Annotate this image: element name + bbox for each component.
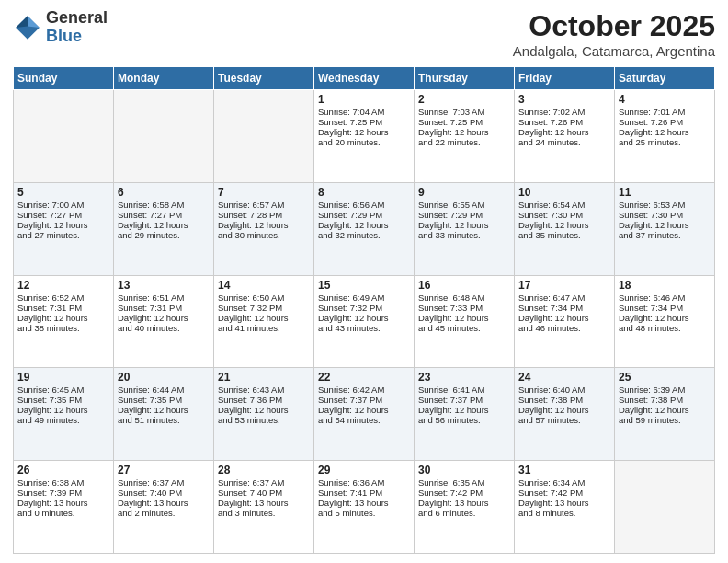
day-info-line: Daylight: 12 hours <box>418 405 510 415</box>
month-title: October 2025 <box>513 9 715 43</box>
day-info-line: Sunset: 7:32 PM <box>318 303 410 313</box>
day-number: 12 <box>17 279 109 292</box>
day-info-line: Sunset: 7:25 PM <box>418 117 510 127</box>
day-info-line: Sunset: 7:32 PM <box>218 303 310 313</box>
day-info-line: Sunset: 7:38 PM <box>518 395 610 405</box>
day-info-line: Sunset: 7:37 PM <box>318 395 410 405</box>
day-info-line: Daylight: 12 hours <box>118 313 210 323</box>
day-info-line: Sunset: 7:31 PM <box>17 303 109 313</box>
day-info-line: Sunset: 7:37 PM <box>418 395 510 405</box>
calendar-cell-1-4: 9Sunrise: 6:55 AMSunset: 7:29 PMDaylight… <box>415 182 515 275</box>
calendar-cell-1-2: 7Sunrise: 6:57 AMSunset: 7:28 PMDaylight… <box>214 182 314 275</box>
calendar-cell-3-0: 19Sunrise: 6:45 AMSunset: 7:35 PMDayligh… <box>14 368 114 461</box>
day-info-line: Daylight: 12 hours <box>418 127 510 137</box>
calendar-row-2: 12Sunrise: 6:52 AMSunset: 7:31 PMDayligh… <box>14 275 715 368</box>
calendar-row-0: 1Sunrise: 7:04 AMSunset: 7:25 PMDaylight… <box>14 90 715 183</box>
calendar-cell-3-1: 20Sunrise: 6:44 AMSunset: 7:35 PMDayligh… <box>114 368 214 461</box>
day-info-line: and 56 minutes. <box>418 415 510 425</box>
day-number: 20 <box>118 371 210 384</box>
calendar-cell-2-4: 16Sunrise: 6:48 AMSunset: 7:33 PMDayligh… <box>415 275 515 368</box>
day-info-line: and 3 minutes. <box>218 508 310 518</box>
day-number: 25 <box>619 371 711 384</box>
calendar-cell-4-6 <box>615 461 715 554</box>
day-info-line: and 20 minutes. <box>318 137 410 147</box>
day-info-line: and 33 minutes. <box>418 230 510 240</box>
calendar-row-1: 5Sunrise: 7:00 AMSunset: 7:27 PMDaylight… <box>14 182 715 275</box>
day-info-line: Sunset: 7:29 PM <box>418 210 510 220</box>
day-info-line: and 48 minutes. <box>619 323 711 333</box>
day-info-line: and 24 minutes. <box>518 137 610 147</box>
day-info-line: Daylight: 12 hours <box>118 220 210 230</box>
day-info-line: Daylight: 12 hours <box>518 313 610 323</box>
day-info-line: Sunrise: 6:42 AM <box>318 385 410 395</box>
calendar-cell-0-5: 3Sunrise: 7:02 AMSunset: 7:26 PMDaylight… <box>515 90 615 183</box>
day-info-line: Daylight: 13 hours <box>17 498 109 508</box>
svg-marker-2 <box>16 16 28 28</box>
day-info-line: Sunrise: 6:40 AM <box>518 385 610 395</box>
calendar-cell-1-6: 11Sunrise: 6:53 AMSunset: 7:30 PMDayligh… <box>615 182 715 275</box>
day-info-line: Daylight: 12 hours <box>619 313 711 323</box>
day-info-line: Sunset: 7:30 PM <box>518 210 610 220</box>
day-number: 14 <box>218 279 310 292</box>
day-info-line: Sunrise: 6:41 AM <box>418 385 510 395</box>
day-info-line: Sunrise: 7:04 AM <box>318 107 410 117</box>
day-number: 7 <box>218 186 310 199</box>
day-info-line: and 53 minutes. <box>218 415 310 425</box>
day-info-line: and 45 minutes. <box>418 323 510 333</box>
day-info-line: and 2 minutes. <box>118 508 210 518</box>
calendar-cell-4-2: 28Sunrise: 6:37 AMSunset: 7:40 PMDayligh… <box>214 461 314 554</box>
day-info-line: Sunrise: 6:49 AM <box>318 293 410 303</box>
day-number: 6 <box>118 186 210 199</box>
calendar-cell-0-0 <box>14 90 114 183</box>
calendar-cell-2-3: 15Sunrise: 6:49 AMSunset: 7:32 PMDayligh… <box>314 275 415 368</box>
day-info-line: Sunrise: 6:51 AM <box>118 293 210 303</box>
day-info-line: Daylight: 13 hours <box>118 498 210 508</box>
day-number: 8 <box>318 186 410 199</box>
logo-text: General Blue <box>46 9 108 46</box>
day-info-line: Sunrise: 6:55 AM <box>418 200 510 210</box>
day-info-line: Sunset: 7:35 PM <box>118 395 210 405</box>
day-info-line: Sunrise: 6:53 AM <box>619 200 711 210</box>
day-info-line: Sunset: 7:42 PM <box>418 488 510 498</box>
calendar-cell-1-5: 10Sunrise: 6:54 AMSunset: 7:30 PMDayligh… <box>515 182 615 275</box>
day-info-line: and 35 minutes. <box>518 230 610 240</box>
day-info-line: Daylight: 12 hours <box>318 313 410 323</box>
day-info-line: Daylight: 12 hours <box>619 220 711 230</box>
day-info-line: Sunrise: 6:46 AM <box>619 293 711 303</box>
day-info-line: Sunrise: 6:57 AM <box>218 200 310 210</box>
day-info-line: Sunrise: 7:03 AM <box>418 107 510 117</box>
header-friday: Friday <box>515 67 615 90</box>
day-info-line: Daylight: 12 hours <box>418 220 510 230</box>
calendar-cell-2-6: 18Sunrise: 6:46 AMSunset: 7:34 PMDayligh… <box>615 275 715 368</box>
header-wednesday: Wednesday <box>314 67 415 90</box>
location: Andalgala, Catamarca, Argentina <box>513 43 715 59</box>
day-info-line: Daylight: 12 hours <box>17 405 109 415</box>
day-number: 10 <box>518 186 610 199</box>
logo-general-text: General <box>46 9 108 28</box>
day-info-line: Daylight: 12 hours <box>218 313 310 323</box>
logo-icon <box>13 13 42 42</box>
day-info-line: Sunset: 7:42 PM <box>518 488 610 498</box>
calendar-cell-2-2: 14Sunrise: 6:50 AMSunset: 7:32 PMDayligh… <box>214 275 314 368</box>
day-info-line: Sunrise: 6:35 AM <box>418 477 510 488</box>
header-thursday: Thursday <box>415 67 515 90</box>
calendar-cell-0-6: 4Sunrise: 7:01 AMSunset: 7:26 PMDaylight… <box>615 90 715 183</box>
day-number: 13 <box>118 279 210 292</box>
day-info-line: Daylight: 12 hours <box>17 220 109 230</box>
day-number: 21 <box>218 371 310 384</box>
calendar-table: Sunday Monday Tuesday Wednesday Thursday… <box>13 66 715 554</box>
day-info-line: Sunset: 7:26 PM <box>619 117 711 127</box>
day-info-line: Sunset: 7:30 PM <box>619 210 711 220</box>
day-info-line: Sunset: 7:29 PM <box>318 210 410 220</box>
day-info-line: and 8 minutes. <box>518 508 610 518</box>
day-number: 5 <box>17 186 109 199</box>
day-number: 18 <box>619 279 711 292</box>
day-number: 3 <box>518 93 610 106</box>
calendar-cell-4-3: 29Sunrise: 6:36 AMSunset: 7:41 PMDayligh… <box>314 461 415 554</box>
day-info-line: Daylight: 12 hours <box>619 127 711 137</box>
calendar-cell-4-0: 26Sunrise: 6:38 AMSunset: 7:39 PMDayligh… <box>14 461 114 554</box>
day-info-line: Sunset: 7:28 PM <box>218 210 310 220</box>
day-info-line: and 32 minutes. <box>318 230 410 240</box>
day-info-line: and 43 minutes. <box>318 323 410 333</box>
day-info-line: and 51 minutes. <box>118 415 210 425</box>
